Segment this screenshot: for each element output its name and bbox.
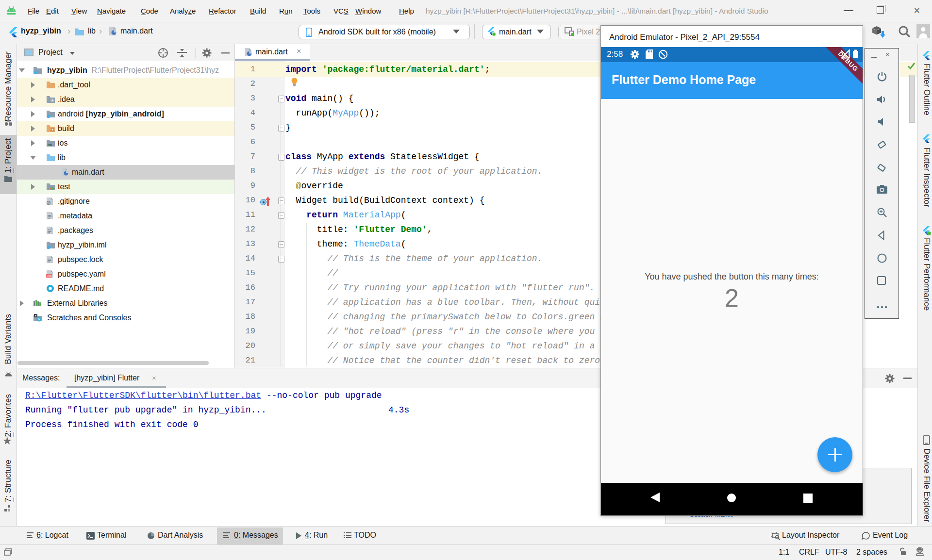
svg-text:YML: YML: [47, 275, 53, 278]
